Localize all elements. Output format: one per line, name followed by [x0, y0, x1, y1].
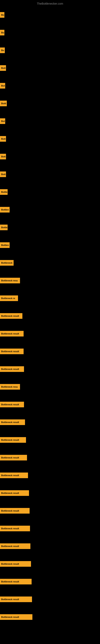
list-item: Bottleneck result: [0, 431, 100, 449]
bottleneck-label: Bot: [0, 83, 5, 88]
bottleneck-label: Bottleneck result: [0, 472, 28, 478]
list-item: Bottlen: [0, 236, 100, 254]
list-item: Bottleneck: [0, 254, 100, 272]
list-item: Bottle: [0, 183, 100, 201]
bottleneck-label: Bottleneck result: [0, 596, 32, 602]
bottleneck-label: Bottleneck resu: [0, 278, 20, 283]
list-item: Bott: [0, 166, 100, 183]
list-item: Bottlen: [0, 201, 100, 218]
list-item: Bottleneck result: [0, 325, 100, 342]
bottleneck-label: Bottleneck result: [0, 455, 27, 460]
bottleneck-label: Bo: [0, 30, 4, 36]
list-item: Bot: [0, 112, 100, 130]
bottleneck-label: Bottlen: [0, 207, 10, 212]
bottleneck-label: Bot: [0, 118, 5, 124]
list-item: Bottleneck result: [0, 502, 100, 520]
bottleneck-label: Bottleneck result: [0, 508, 30, 514]
bottleneck-label: Bo: [0, 48, 5, 53]
list-item: Bottleneck result: [0, 520, 100, 537]
bottleneck-label: Bottleneck result: [0, 437, 26, 443]
bottleneck-label: Bottleneck resu: [0, 384, 20, 390]
bottleneck-label: Bottleneck result: [0, 348, 24, 354]
list-item: Bottleneck result: [0, 484, 100, 502]
list-item: Bottleneck result: [0, 307, 100, 325]
list-item: Bottl: [0, 94, 100, 112]
bottleneck-label: Bottleneck result: [0, 561, 31, 567]
list-item: Bottleneck result: [0, 360, 100, 378]
list-item: Bottleneck result: [0, 537, 100, 555]
list-item: Bottleneck resu: [0, 272, 100, 290]
list-item: Bottleneck resu: [0, 378, 100, 396]
list-item: Bottleneck result: [0, 573, 100, 590]
list-item: Bottleneck result: [0, 396, 100, 413]
bottleneck-label: Bottleneck result: [0, 614, 32, 620]
list-item: Bottleneck re: [0, 290, 100, 307]
bottleneck-label: Bott: [0, 172, 6, 177]
list-item: Bottleneck result: [0, 608, 100, 626]
bottleneck-label: Bo: [0, 12, 4, 18]
bottleneck-label: Bott: [0, 65, 6, 71]
list-item: Bott: [0, 59, 100, 77]
bottleneck-label: Bott: [0, 136, 6, 142]
bottleneck-label: Bottleneck result: [0, 420, 25, 425]
bottleneck-label: Bottle: [0, 189, 8, 195]
bottleneck-label: Bott: [0, 154, 6, 160]
bottleneck-label: Bottleneck result: [0, 313, 22, 319]
list-item: Bottleneck result: [0, 342, 100, 360]
list-item: Bot: [0, 77, 100, 94]
bottleneck-label: Bottlen: [0, 242, 10, 248]
items-container: BoBoBoBottBotBottlBotBottBottBottBottleB…: [0, 6, 100, 626]
list-item: Bott: [0, 148, 100, 166]
bottleneck-label: Bottleneck: [0, 260, 14, 266]
bottleneck-label: Bottleneck result: [0, 366, 24, 372]
bottleneck-label: Bottleneck re: [0, 296, 18, 301]
bottleneck-label: Bottl: [0, 100, 7, 106]
bottleneck-label: Bottleneck result: [0, 402, 24, 407]
list-item: Bottleneck result: [0, 555, 100, 573]
list-item: Bo: [0, 6, 100, 24]
bottleneck-label: Bottle: [0, 224, 8, 230]
list-item: Bottleneck result: [0, 466, 100, 484]
bottleneck-label: Bottleneck result: [0, 526, 30, 531]
list-item: Bo: [0, 24, 100, 42]
list-item: Bott: [0, 130, 100, 148]
list-item: Bottleneck result: [0, 449, 100, 466]
bottleneck-label: Bottleneck result: [0, 579, 32, 584]
bottleneck-label: Bottleneck result: [0, 544, 30, 549]
list-item: Bottleneck result: [0, 413, 100, 431]
list-item: Bottle: [0, 218, 100, 236]
list-item: Bo: [0, 42, 100, 59]
list-item: Bottleneck result: [0, 590, 100, 608]
bottleneck-label: Bottleneck result: [0, 331, 24, 336]
bottleneck-label: Bottleneck result: [0, 490, 29, 496]
